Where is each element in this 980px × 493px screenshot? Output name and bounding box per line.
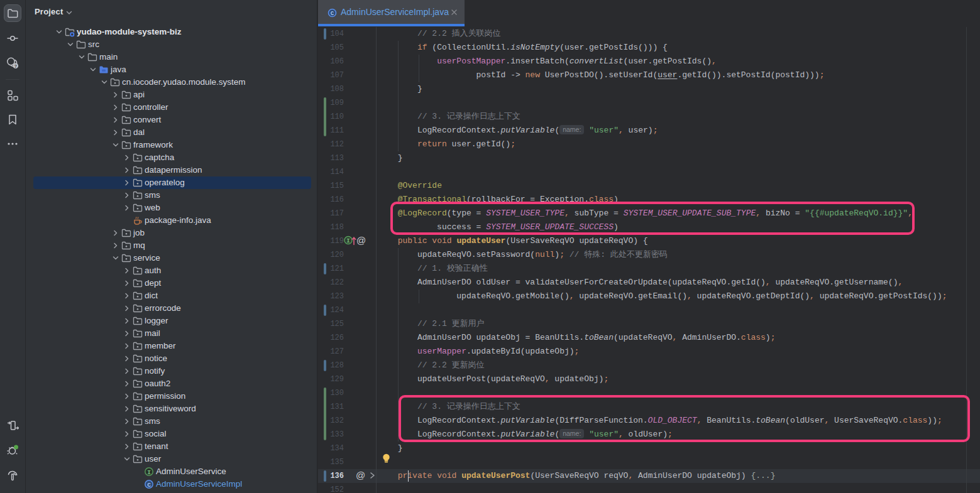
svg-text:?: ? [14,63,18,69]
svg-text:C: C [147,482,151,489]
svg-text:I: I [346,238,350,244]
svg-text:I: I [147,469,151,476]
svg-text:C: C [331,11,334,17]
